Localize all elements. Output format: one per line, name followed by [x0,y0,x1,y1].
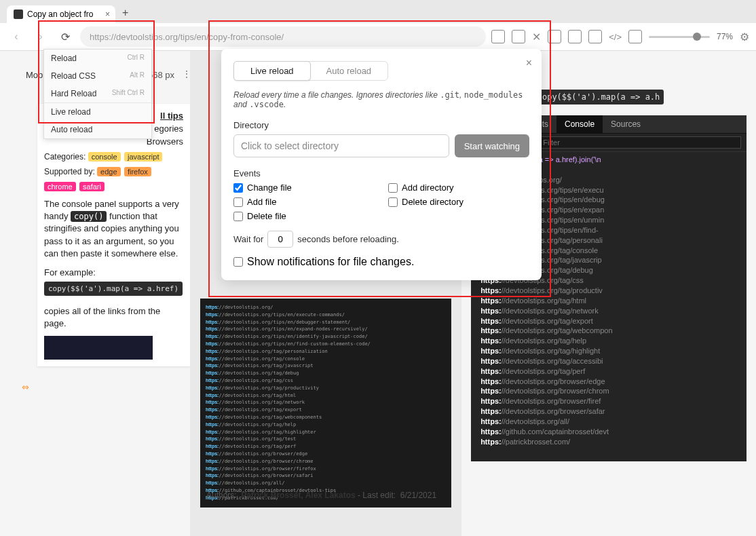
article-screenshot [44,336,153,360]
mid-url-line: https://devtoolstips.org/tag/console [206,356,446,363]
console-url-line: https://devtoolstips.org/browser/chrom [476,386,741,396]
article-para1: The console panel supports a very handy … [44,198,183,260]
mid-url-line: https://devtoolstips.org/all/ [206,480,446,487]
console-url-line: https://devtoolstips.org/tag/export [476,316,741,326]
directory-input[interactable]: Click to select directory [233,134,449,157]
mid-url-line: https://devtoolstips.org/tag/webcomponen… [206,414,446,421]
share-icon[interactable] [588,30,602,43]
close-panel-icon[interactable]: ✕ [532,31,541,43]
tag-firefox[interactable]: firefox [124,167,151,176]
panel-description: Reload every time a file changes. Ignore… [233,90,529,109]
mid-url-line: https://devtoolstips.org/tag/javascript [206,362,446,370]
console-filter[interactable] [538,136,741,149]
settings-icon[interactable]: ⚙ [740,31,749,43]
tab-auto-reload[interactable]: Auto reload [310,62,388,80]
extension-icon[interactable] [491,30,505,43]
supported-label: Supported by: [44,167,95,176]
grid-icon[interactable] [548,30,561,43]
tab-live-reload[interactable]: Live reload [233,61,311,81]
mid-url-line: https://devtoolstips.org/tips/en/debugge… [206,319,446,326]
browser-tags-row: chrome safari [44,182,183,191]
new-tab-button[interactable]: + [115,3,135,23]
mid-url-line: https://devtoolstips.org/tips/en/find-cu… [206,341,446,348]
mid-url-line: https://devtoolstips.org/tag/test [206,436,446,443]
menu-live-reload[interactable]: Live reload [44,103,151,121]
menu-hard-reload[interactable]: Hard ReloadShift Ctrl R [44,85,151,103]
mid-url-line: https://devtoolstips.org/tag/personaliza… [206,348,446,356]
menu-reload[interactable]: ReloadCtrl R [44,50,151,67]
tag-javascript[interactable]: javascript [124,152,162,161]
tab-console[interactable]: Console [556,115,603,133]
tag-chrome[interactable]: chrome [44,182,76,191]
menu-reload-css[interactable]: Reload CSSAlt R [44,67,151,85]
check-add-dir[interactable]: Add directory [388,183,529,193]
mid-url-line: https://devtoolstips.org/tag/perf [206,443,446,451]
browser-chrome: Copy an object fro × + ‹ › ⟳ https://dev… [0,0,756,51]
code-example: copy($$('a').map(a => a.href) [44,282,183,296]
wait-row: Wait for seconds before reloading. [233,231,529,248]
mid-url-line: https://devtoolstips.org/tag/network [206,399,446,406]
zoom-thumb[interactable] [693,33,701,41]
address-bar[interactable]: https://devtoolstips.org/tips/en/copy-fr… [80,26,486,47]
mid-url-line: https://devtoolstips.org/tips/en/execute… [206,311,446,319]
reload-context-menu: ReloadCtrl R Reload CSSAlt R Hard Reload… [43,49,152,139]
mid-url-line: https://devtoolstips.org/browser/safari [206,472,446,480]
tab-title: Copy an object fro [27,9,93,19]
console-url-line: https://devtoolstips.org/tag/network [476,306,741,316]
tag-safari[interactable]: safari [79,182,105,191]
camera-icon[interactable] [568,30,582,43]
tag-edge[interactable]: edge [97,167,120,176]
categories-row: Categories: console javascript [44,152,183,161]
article-card: ll tips egories Browsers Categories: con… [37,104,190,366]
console-url-line: https://devtoolstips.org/tag/help [476,336,741,346]
console-url-line: https://patrickbrosset.com/ [476,437,741,447]
edit-icon[interactable] [512,30,525,43]
back-button[interactable]: ‹ [7,27,26,46]
code-right: copy($$('a').map(a => a.h [533,90,664,104]
events-label: Events [233,168,529,178]
supported-row: Supported by: edge firefox [44,167,183,176]
live-reload-panel: × Live reload Auto reload Reload every t… [221,49,542,280]
check-show-notifications[interactable]: Show notifications for file changes. [233,256,529,268]
resize-handle-icon[interactable]: ⇔ [22,382,29,392]
reload-mode-tabs: Live reload Auto reload [233,61,388,81]
console-url-line: https://devtoolstips.org/browser/safar [476,406,741,417]
close-icon[interactable]: × [105,9,110,19]
code-icon[interactable]: </> [609,32,622,42]
authors-line: Authors: Patrick Brosset, Alex Lakatos -… [206,491,436,500]
console-url-line: https://devtoolstips.org/tag/perf [476,366,741,377]
console-url-line: https://devtoolstips.org/browser/firef [476,396,741,406]
mid-url-line: https://devtoolstips.org/tips/en/identif… [206,333,446,341]
mid-url-line: https://devtoolstips.org/tag/highlighter [206,429,446,436]
check-del-file[interactable]: Delete file [233,211,375,221]
zoom-value: 77% [717,32,733,41]
mid-url-line: https://devtoolstips.org/tag/help [206,421,446,429]
console-url-line: https://devtoolstips.org/browser/edge [476,377,741,387]
mid-url-line: https://devtoolstips.org/tag/export [206,406,446,414]
copy-fn: copy() [71,211,107,222]
article-para3: copies all of the links from the page. [44,305,183,330]
reload-button[interactable]: ⟳ [56,27,75,46]
wait-seconds-input[interactable] [267,231,293,248]
mid-url-line: https://devtoolstips.org/tips/en/expand-… [206,326,446,333]
zoom-slider[interactable] [649,36,710,38]
tag-console[interactable]: console [88,152,121,161]
check-add-file[interactable]: Add file [233,197,375,207]
console-url-line: https://devtoolstips.org/all/ [476,417,741,427]
categories-label: Categories: [44,152,86,161]
favicon-icon [14,9,23,19]
directory-label: Directory [233,120,529,130]
sidebar-icon[interactable] [628,30,642,43]
mid-url-line: https://devtoolstips.org/tag/html [206,392,446,400]
for-example-label: For example: [44,267,183,279]
menu-auto-reload[interactable]: Auto reload [44,121,151,138]
check-del-dir[interactable]: Delete directory [388,197,529,207]
check-change-file[interactable]: Change file [233,183,375,193]
mid-url-line: https://devtoolstips.org/tag/css [206,377,446,385]
start-watching-button[interactable]: Start watching [455,134,529,157]
mid-url-line: https://devtoolstips.org/browser/chrome [206,458,446,465]
tab-sources[interactable]: Sources [603,115,649,133]
console-url-line: https://devtoolstips.org/tag/productiv [476,286,741,296]
close-icon[interactable]: × [526,57,532,69]
browser-tab[interactable]: Copy an object fro × [7,5,115,23]
